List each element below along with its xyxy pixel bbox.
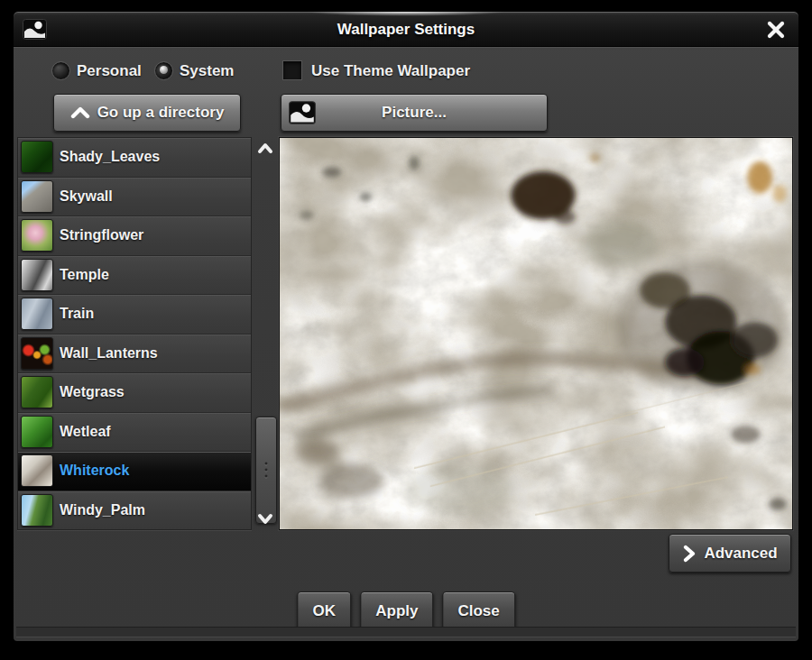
thumbnail-wetgrass [21, 376, 53, 408]
whiterock-preview-image [280, 138, 792, 529]
advanced-label: Advanced [704, 545, 777, 563]
list-item[interactable]: Stringflower [18, 216, 251, 256]
radio-system[interactable] [154, 61, 173, 80]
scrollbar-grip [265, 469, 268, 472]
dialog: Wallpaper Settings Personal System Use T… [13, 11, 799, 642]
list-item-label: Skywall [60, 188, 113, 205]
list-item-label: Stringflower [60, 227, 143, 243]
thumbnail-train [21, 298, 53, 330]
use-theme-wallpaper-checkbox[interactable] [282, 60, 302, 80]
radio-personal-label: Personal [77, 62, 142, 80]
list-item[interactable]: Windy_Palm [18, 491, 251, 530]
chevron-up-icon [70, 106, 90, 119]
picture-button-label: Picture... [382, 104, 447, 122]
go-up-directory-label: Go up a directory [97, 104, 225, 122]
list-item-label: Shady_Leaves [60, 149, 160, 165]
list-item[interactable]: Train [18, 295, 251, 335]
close-icon[interactable] [764, 19, 788, 41]
wallpaper-file-list: Shady_Leaves Skywall Stringflower Temple… [17, 137, 252, 530]
list-item-label: Wall_Lanterns [60, 345, 158, 362]
thumbnail-temple [21, 259, 53, 291]
apply-label: Apply [375, 602, 418, 620]
list-item-label: Windy_Palm [60, 502, 145, 518]
chevron-down-icon[interactable] [254, 509, 277, 528]
list-item-selected[interactable]: Whiterock [18, 452, 251, 491]
wallpaper-settings-window: Wallpaper Settings Personal System Use T… [0, 0, 812, 660]
go-up-directory-button[interactable]: Go up a directory [53, 94, 241, 132]
source-row: Personal System Use Theme Wallpaper [14, 60, 798, 85]
apply-button[interactable]: Apply [360, 591, 433, 631]
picture-button[interactable]: Picture... [281, 94, 548, 132]
list-item-label: Wetleaf [60, 424, 111, 440]
ok-button[interactable]: OK [297, 591, 351, 631]
list-item[interactable]: Wetleaf [18, 413, 251, 453]
thumbnail-windy-palm [21, 494, 53, 527]
list-item[interactable]: Wall_Lanterns [18, 335, 251, 374]
radio-system-label: System [180, 62, 234, 80]
wallpaper-preview [279, 137, 793, 530]
thumbnail-whiterock [21, 454, 53, 487]
use-theme-wallpaper-label: Use Theme Wallpaper [311, 62, 470, 80]
close-button[interactable]: Close [442, 591, 514, 631]
thumbnail-stringflower [21, 219, 53, 252]
thumbnail-skywall [21, 180, 53, 213]
list-scrollbar [254, 137, 277, 530]
thumbnail-wetleaf [21, 416, 53, 448]
thumbnail-shady-leaves [21, 141, 53, 173]
list-item-label: Wetgrass [60, 384, 125, 400]
list-item-label: Temple [60, 267, 109, 283]
list-item-label: Whiterock [60, 463, 129, 479]
list-item[interactable]: Shady_Leaves [18, 138, 251, 178]
radio-personal[interactable] [51, 61, 70, 80]
chevron-up-icon[interactable] [254, 139, 277, 159]
list-item[interactable]: Skywall [18, 178, 251, 217]
chevron-right-icon [682, 545, 697, 563]
titlebar[interactable]: Wallpaper Settings [13, 11, 799, 47]
ok-label: OK [312, 602, 336, 620]
advanced-button[interactable]: Advanced [669, 534, 791, 573]
thumbnail-wall-lanterns [21, 337, 53, 370]
list-item[interactable]: Wetgrass [18, 373, 251, 413]
dialog-body: Personal System Use Theme Wallpaper Go u… [13, 47, 799, 642]
close-label: Close [457, 602, 499, 620]
list-item[interactable]: Temple [18, 256, 251, 296]
dialog-footer-strip [16, 627, 796, 637]
action-buttons: OK Apply Close [297, 591, 515, 631]
picture-icon [289, 100, 316, 125]
list-item-label: Train [60, 306, 94, 322]
window-title: Wallpaper Settings [14, 12, 798, 48]
